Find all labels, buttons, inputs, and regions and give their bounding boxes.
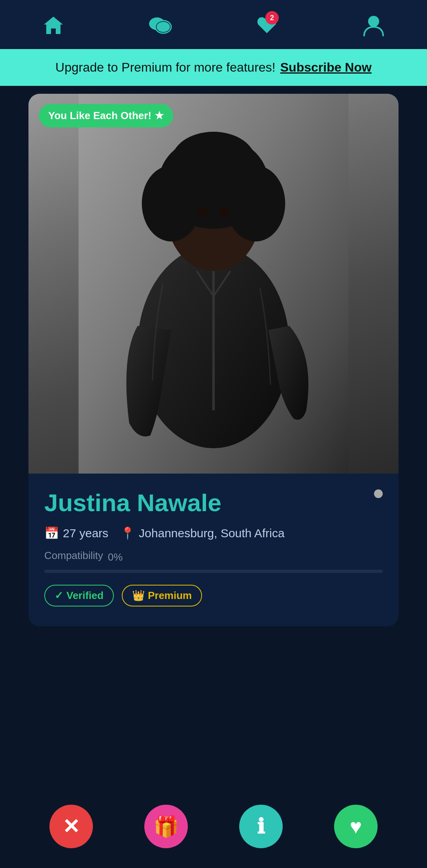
chat-icon (148, 15, 172, 36)
subscribe-now-button[interactable]: Subscribe Now (280, 60, 372, 75)
dismiss-icon: ✕ (62, 816, 80, 837)
notification-badge: 2 (265, 11, 279, 25)
promo-banner: Upgrade to Premium for more features! Su… (0, 49, 427, 86)
svg-point-3 (368, 16, 379, 27)
info-icon: ℹ (257, 815, 265, 838)
compatibility-percent: 0% (108, 551, 123, 563)
profile-card: You Like Each Other! ★ (28, 94, 399, 626)
info-button[interactable]: ℹ (239, 805, 283, 848)
crown-icon: 👑 (132, 589, 145, 602)
verified-label: Verified (66, 589, 104, 602)
online-status-dot (374, 489, 383, 498)
gift-button[interactable]: 🎁 (144, 805, 188, 848)
svg-point-2 (157, 22, 170, 32)
profile-info-section: Justina Nawale 📅 27 years 📍 Johannesburg… (28, 474, 399, 626)
action-bar: ✕ 🎁 ℹ ♥ (0, 793, 427, 868)
mutual-badge-text: You Like Each Other! (48, 110, 151, 122)
mutual-like-badge: You Like Each Other! ★ (39, 104, 173, 127)
like-icon: ♥ (350, 815, 362, 838)
home-nav-button[interactable] (38, 9, 69, 41)
svg-point-13 (218, 208, 230, 216)
likes-nav-button[interactable]: 2 (251, 9, 283, 41)
top-nav: 2 (0, 0, 427, 49)
calendar-icon: 📅 (44, 526, 59, 540)
location-value: Johannesburg, South Africa (139, 527, 285, 540)
premium-badge: 👑 Premium (122, 585, 202, 606)
compatibility-label: Compatibility (44, 550, 103, 562)
profile-photo-svg (28, 94, 399, 474)
compatibility-bar (44, 570, 383, 573)
dismiss-button[interactable]: ✕ (49, 805, 93, 848)
promo-text: Upgrade to Premium for more features! (55, 60, 276, 75)
star-icon: ★ (155, 110, 164, 122)
compatibility-section: Compatibility 0% (44, 550, 383, 573)
profile-icon (363, 14, 384, 36)
home-icon (42, 15, 64, 36)
profile-meta: 📅 27 years 📍 Johannesburg, South Africa (44, 526, 383, 540)
verified-check-icon: ✓ (55, 589, 63, 602)
profile-nav-button[interactable] (358, 9, 389, 41)
svg-point-12 (197, 208, 209, 216)
premium-label: Premium (148, 589, 192, 602)
age-meta: 📅 27 years (44, 526, 108, 540)
verified-badge: ✓ Verified (44, 585, 114, 606)
gift-icon: 🎁 (153, 815, 179, 839)
badges-row: ✓ Verified 👑 Premium (44, 585, 383, 606)
svg-point-11 (171, 132, 255, 191)
like-button[interactable]: ♥ (334, 805, 378, 848)
location-icon: 📍 (120, 526, 135, 540)
profile-photo (28, 94, 399, 474)
location-meta: 📍 Johannesburg, South Africa (120, 526, 285, 540)
profile-name: Justina Nawale (44, 489, 383, 517)
chat-nav-button[interactable] (144, 9, 176, 41)
age-value: 27 years (63, 527, 108, 540)
